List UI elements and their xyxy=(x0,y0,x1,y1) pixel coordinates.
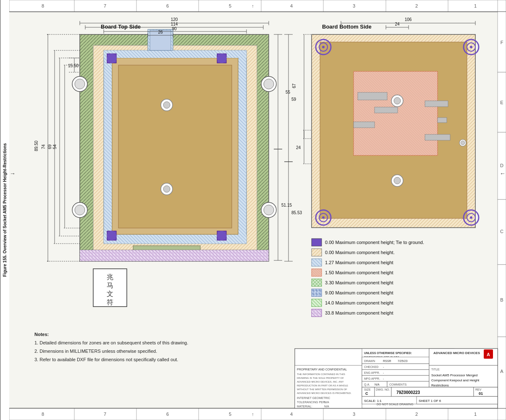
svg-text:90: 90 xyxy=(172,26,177,31)
svg-rect-181 xyxy=(354,122,375,128)
svg-text:2: 2 xyxy=(415,412,418,417)
svg-text:9.00 Maximum component height: 9.00 Maximum component height xyxy=(325,290,393,295)
svg-text:N/A: N/A xyxy=(324,405,329,408)
svg-rect-81 xyxy=(118,65,232,228)
svg-text:D: D xyxy=(500,163,503,168)
svg-text:PROPRIETARY AND CONFIDENTIAL: PROPRIETARY AND CONFIDENTIAL xyxy=(297,368,347,371)
svg-text:THE INFORMATION CONTAINED IN T: THE INFORMATION CONTAINED IN THIS xyxy=(297,373,345,375)
svg-text:1: 1 xyxy=(474,3,477,8)
svg-text:Board Bottom Side: Board Bottom Side xyxy=(322,24,372,30)
svg-text:69: 69 xyxy=(47,144,52,149)
vertical-title: Figure 155. Overview of Socket AM5 Proce… xyxy=(0,0,9,420)
svg-text:Notes:: Notes: xyxy=(34,332,49,337)
svg-rect-219 xyxy=(312,239,322,246)
svg-rect-183 xyxy=(438,118,447,123)
svg-text:3: 3 xyxy=(353,412,355,417)
svg-point-103 xyxy=(163,102,170,108)
svg-text:INTERNET GEOMETRIC: INTERNET GEOMETRIC xyxy=(297,396,330,399)
svg-point-202 xyxy=(461,141,465,145)
svg-rect-221 xyxy=(312,249,322,256)
svg-text:79Z0000223: 79Z0000223 xyxy=(396,390,420,395)
svg-text:5: 5 xyxy=(229,412,231,417)
svg-rect-223 xyxy=(312,259,322,266)
svg-text:符: 符 xyxy=(107,299,113,306)
svg-text:C: C xyxy=(365,391,368,396)
svg-rect-178 xyxy=(354,71,438,155)
svg-text:TOLERANCING PER:: TOLERANCING PER: xyxy=(297,401,326,404)
svg-text:WITHOUT THE WRITTEN PERMISSION: WITHOUT THE WRITTEN PERMISSION OF xyxy=(297,388,347,391)
svg-text:Restrictions: Restrictions xyxy=(431,383,449,387)
svg-text:0.00 Maximum component height;: 0.00 Maximum component height; Tie to gr… xyxy=(325,240,424,245)
svg-point-187 xyxy=(322,46,325,48)
svg-text:5: 5 xyxy=(229,3,231,8)
svg-text:←: ← xyxy=(500,170,506,177)
svg-text:6: 6 xyxy=(166,412,169,417)
svg-text:N/A: N/A xyxy=(375,383,380,386)
svg-rect-115 xyxy=(80,250,269,261)
svg-rect-229 xyxy=(312,289,322,297)
svg-text:3.30 Maximum component height: 3.30 Maximum component height xyxy=(325,280,393,285)
main-drawing: 8 7 6 5 ↑ 4 3 2 1 8 7 6 5 ↑ 4 3 2 1 F E … xyxy=(9,0,506,420)
svg-text:ADVANCED MICRO DEVICES: ADVANCED MICRO DEVICES xyxy=(433,351,480,355)
svg-point-200 xyxy=(394,177,401,184)
svg-text:Socket AM5 Processor Merged: Socket AM5 Processor Merged xyxy=(431,373,477,377)
svg-text:F: F xyxy=(501,40,503,45)
svg-text:E: E xyxy=(500,100,503,105)
svg-text:马: 马 xyxy=(107,282,113,289)
svg-text:114: 114 xyxy=(171,22,178,26)
svg-text:1.  Detailed dimensions for zo: 1. Detailed dimensions for zones are on … xyxy=(34,340,188,345)
svg-text:01: 01 xyxy=(479,391,483,396)
svg-point-114 xyxy=(264,205,274,215)
svg-text:2: 2 xyxy=(415,3,418,8)
svg-text:ADVANCED MICRO DEVICES IS PROH: ADVANCED MICRO DEVICES IS PROHIBITED. xyxy=(297,392,351,394)
svg-text:26: 26 xyxy=(158,30,163,34)
svg-text:14.0 Maximum component height: 14.0 Maximum component height xyxy=(325,300,393,305)
svg-point-105 xyxy=(163,186,170,192)
svg-rect-233 xyxy=(312,309,322,317)
svg-text:8: 8 xyxy=(42,3,44,8)
svg-text:1.27 Maximum component height: 1.27 Maximum component height xyxy=(325,260,393,265)
svg-text:7: 7 xyxy=(104,3,106,8)
svg-point-196 xyxy=(470,216,472,219)
svg-text:DRAWN: DRAWN xyxy=(364,360,375,362)
svg-point-108 xyxy=(75,79,85,89)
svg-text:CHECKED: CHECKED xyxy=(364,365,378,368)
svg-text:兆: 兆 xyxy=(107,273,113,281)
svg-point-93 xyxy=(221,58,223,59)
svg-text:SCALE: 1:1: SCALE: 1:1 xyxy=(364,399,382,403)
svg-text:ADVANCED MICRO DEVICES, INC. A: ADVANCED MICRO DEVICES, INC. ANY xyxy=(297,381,344,383)
svg-text:85.53: 85.53 xyxy=(291,210,302,215)
svg-rect-227 xyxy=(312,279,322,286)
svg-text:0.00 Maximum component height.: 0.00 Maximum component height. xyxy=(325,250,395,255)
svg-text:1.50 Maximum component height: 1.50 Maximum component height xyxy=(325,270,393,275)
svg-text:COMMENTS:: COMMENTS: xyxy=(389,383,407,386)
svg-text:2.  Dimensions in MILLIMETERS : 2. Dimensions in MILLIMETERS unless othe… xyxy=(34,349,157,354)
svg-text:B: B xyxy=(500,297,503,302)
svg-rect-180 xyxy=(375,107,398,113)
svg-text:ENG APPR.: ENG APPR. xyxy=(364,371,380,374)
svg-text:51.15: 51.15 xyxy=(281,203,292,207)
svg-text:74: 74 xyxy=(41,144,46,149)
svg-text:33.8 Maximum component height: 33.8 Maximum component height xyxy=(325,310,393,315)
svg-text:DO NOT SCALE DRAWING: DO NOT SCALE DRAWING xyxy=(377,403,414,406)
svg-text:↑: ↑ xyxy=(252,412,254,417)
svg-text:7/25/23: 7/25/23 xyxy=(398,360,407,362)
svg-text:24: 24 xyxy=(296,145,301,150)
svg-text:MATERIAL:: MATERIAL: xyxy=(297,405,312,408)
svg-text:Component Keepout and Height: Component Keepout and Height xyxy=(431,378,480,382)
svg-text:REPRODUCTION IN PART OR AS A W: REPRODUCTION IN PART OR AS A WHOLE xyxy=(297,384,348,387)
svg-text:54: 54 xyxy=(52,144,57,149)
svg-text:TITLE:: TITLE: xyxy=(431,368,440,371)
svg-text:4: 4 xyxy=(290,3,293,8)
svg-text:文: 文 xyxy=(107,290,113,297)
svg-text:120: 120 xyxy=(171,17,178,22)
svg-text:UNLESS OTHERWISE SPECIFIED:: UNLESS OTHERWISE SPECIFIED: xyxy=(364,352,412,354)
svg-rect-43 xyxy=(9,408,506,420)
svg-point-193 xyxy=(322,216,325,219)
svg-point-198 xyxy=(394,97,401,104)
svg-text:3: 3 xyxy=(353,3,355,8)
svg-text:67: 67 xyxy=(292,83,296,88)
svg-rect-182 xyxy=(425,101,448,107)
svg-rect-231 xyxy=(312,299,322,307)
svg-rect-179 xyxy=(358,92,387,100)
